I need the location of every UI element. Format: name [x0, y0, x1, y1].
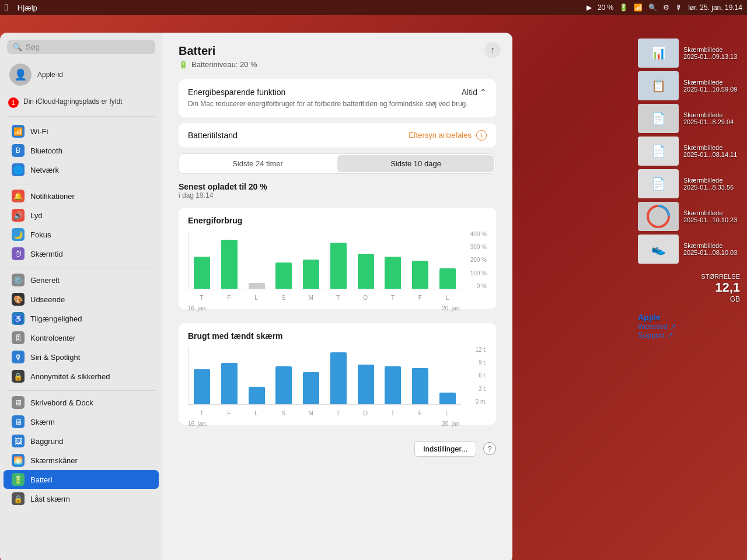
chart-x-label: M	[297, 295, 324, 301]
website-link[interactable]: Websted ↗	[638, 322, 742, 331]
sidebar-label-controlcenter: Kontrolcenter	[30, 334, 75, 342]
thumbnail-6[interactable]: Skærmbillede2025-01...10.10.23	[638, 202, 742, 231]
sidebar-item-accessibility[interactable]: ♿ Tilgængelighed	[4, 309, 159, 328]
settings-button[interactable]: Indstillinger...	[414, 441, 476, 457]
siri-icon[interactable]: 🎙	[675, 4, 682, 12]
page-title: Batteri	[179, 44, 496, 58]
chart-x-label: O	[352, 410, 379, 416]
sidebar-section-display: 🖥 Skrivebord & Dock 🖥 Skærm 🖼 Baggrund 🌅…	[0, 393, 162, 508]
help-button[interactable]: ?	[483, 442, 496, 455]
user-profile[interactable]: 👤 Apple-id	[0, 59, 162, 90]
chart-x-label: T	[188, 410, 215, 416]
apple-link[interactable]: Apple	[638, 313, 742, 322]
battery-status-right: Eftersyn anbefales i	[409, 130, 487, 141]
main-content: ↑ Batteri 🔋 Batteriniveau: 20 % Energibe…	[162, 33, 512, 560]
last-charged-title: Senest opladet til 20 %	[179, 182, 496, 191]
chart-x-label: S	[270, 410, 297, 416]
chart-bar-group	[298, 231, 325, 289]
thumbnail-4[interactable]: 📄 Skærmbillede2025-01...08.14.11	[638, 136, 742, 166]
sidebar-item-battery[interactable]: 🔋 Batteri	[4, 470, 159, 489]
sidebar-label-wifi: Wi-Fi	[30, 127, 48, 136]
thumb-label-2: Skærmbillede2025-01...10.59.09	[683, 79, 737, 93]
sidebar-item-network[interactable]: 🌐 Netværk	[4, 160, 159, 179]
chart-x-label: F	[215, 410, 243, 416]
sidebar-item-siri[interactable]: 🎙 Siri & Spotlight	[4, 348, 159, 366]
icloud-notice[interactable]: 1 Din iCloud-lagringsplads er fyldt	[0, 94, 162, 111]
focus-icon: 🌙	[12, 228, 25, 241]
sidebar-item-screensaver[interactable]: 🌅 Skærmskåner	[4, 451, 159, 470]
chart-bar	[439, 393, 456, 404]
storage-label: STØRRELSE	[638, 273, 740, 280]
sidebar-item-appearance[interactable]: 🎨 Udseende	[4, 290, 159, 309]
sidebar-item-privacy[interactable]: 🔒 Anonymitet & sikkerhed	[4, 367, 159, 386]
sidebar-item-controlcenter[interactable]: 🎛 Kontrolcenter	[4, 328, 159, 347]
battery-icon: 🔋	[619, 4, 628, 12]
display-icon: 🖥	[12, 415, 25, 428]
battery-status-value: Eftersyn anbefales	[409, 131, 472, 139]
tab-group: Sidste 24 timer Sidste 10 dage	[179, 153, 496, 174]
sidebar-label-bluetooth: Bluetooth	[30, 146, 62, 155]
sidebar-item-focus[interactable]: 🌙 Fokus	[4, 225, 159, 244]
screen-chart-bars	[188, 346, 461, 405]
chart-bar-group	[325, 231, 352, 289]
chart-bar-group	[407, 346, 434, 404]
chart-bar	[330, 243, 347, 289]
chart-x-label: O	[352, 295, 379, 301]
sidebar-list: 📶 Wi-Fi B Bluetooth 🌐 Netværk 🔔 Notifika…	[0, 119, 162, 560]
sidebar-item-display[interactable]: 🖥 Skærm	[4, 412, 159, 431]
screen-chart-section: Brugt med tændt skærm 12 t. 9 t. 6 t. 3 …	[179, 323, 496, 425]
thumb-img-5: 📄	[638, 169, 679, 198]
app-menu-help[interactable]: Hjælp	[18, 4, 37, 12]
energy-saver-value[interactable]: Altid ⌃	[462, 88, 487, 97]
sidebar-label-accessibility: Tilgængelighed	[30, 314, 82, 323]
thumbnail-3[interactable]: 📄 Skærmbillede2025-01...8.29.04	[638, 104, 742, 133]
bottom-buttons: Indstillinger... ?	[179, 441, 496, 457]
tab-10d[interactable]: Sidste 10 dage	[337, 155, 494, 172]
thumb-img-2: 📋	[638, 71, 679, 100]
accessibility-icon: ♿	[12, 312, 25, 325]
thumb-label-4: Skærmbillede2025-01...08.14.11	[683, 144, 737, 158]
sidebar-label-notifications: Notifikationer	[30, 192, 75, 201]
tab-24h[interactable]: Sidste 24 timer	[179, 154, 336, 173]
sidebar-item-sound[interactable]: 🔊 Lyd	[4, 206, 159, 225]
sidebar-label-wallpaper: Baggrund	[30, 437, 63, 446]
datetime: lør. 25. jan. 19.14	[688, 4, 742, 12]
info-icon[interactable]: i	[476, 130, 487, 141]
chart-bar	[358, 365, 374, 404]
search-icon[interactable]: 🔍	[648, 4, 657, 12]
sidebar-label-general: Generelt	[30, 276, 60, 285]
sidebar-item-screentime[interactable]: ⏱ Skærmtid	[4, 244, 159, 263]
sidebar-item-lock[interactable]: 🔒 Låst skærm	[4, 489, 159, 508]
energy-chart-y-labels: 400 % 300 % 200 % 100 % 0 %	[463, 231, 487, 289]
chart-bar	[412, 261, 428, 289]
sidebar-item-bluetooth[interactable]: B Bluetooth	[4, 141, 159, 160]
support-link[interactable]: Support ↗	[638, 331, 742, 340]
battery-level-text: Batteriniveau: 20 %	[191, 60, 257, 69]
search-bar[interactable]: 🔍 Søg	[7, 40, 155, 54]
wifi-icon[interactable]: 📶	[634, 4, 643, 12]
sidebar-item-desktop[interactable]: 🖥 Skrivebord & Dock	[4, 393, 159, 412]
chart-x-label: T	[379, 410, 407, 416]
thumbnail-1[interactable]: 📊 Skærmbillede2025-01...09.13.13	[638, 38, 742, 68]
privacy-icon: 🔒	[12, 370, 25, 383]
sidebar-item-general[interactable]: ⚙️ Generelt	[4, 271, 159, 289]
screen-chart-x-labels: TFLSMTOTFL	[188, 410, 461, 416]
chart-x-label: L	[434, 410, 461, 416]
thumbnail-7[interactable]: 👟 Skærmbillede2025-01...08.10.03	[638, 235, 742, 264]
thumbnail-5[interactable]: 📄 Skærmbillede2025-01...8.33.56	[638, 169, 742, 198]
chart-bar-group	[189, 346, 216, 404]
share-button[interactable]: ↑	[484, 42, 501, 58]
thumb-label-5: Skærmbillede2025-01...8.33.56	[683, 177, 734, 191]
external-link-icon-2: ↗	[667, 331, 673, 340]
screentime-icon: ⏱	[12, 247, 25, 260]
control-center-icon[interactable]: ⚙	[663, 4, 669, 12]
apple-menu[interactable]: 	[5, 2, 8, 13]
battery-sidebar-icon: 🔋	[12, 473, 25, 486]
chart-bar-group	[243, 346, 270, 404]
play-icon: ▶	[587, 4, 592, 12]
sidebar-item-notifications[interactable]: 🔔 Notifikationer	[4, 187, 159, 205]
sidebar-item-wifi[interactable]: 📶 Wi-Fi	[4, 122, 159, 141]
sidebar-section-system: ⚙️ Generelt 🎨 Udseende ♿ Tilgængelighed …	[0, 271, 162, 386]
sidebar-item-wallpaper[interactable]: 🖼 Baggrund	[4, 432, 159, 450]
thumbnail-2[interactable]: 📋 Skærmbillede2025-01...10.59.09	[638, 71, 742, 100]
